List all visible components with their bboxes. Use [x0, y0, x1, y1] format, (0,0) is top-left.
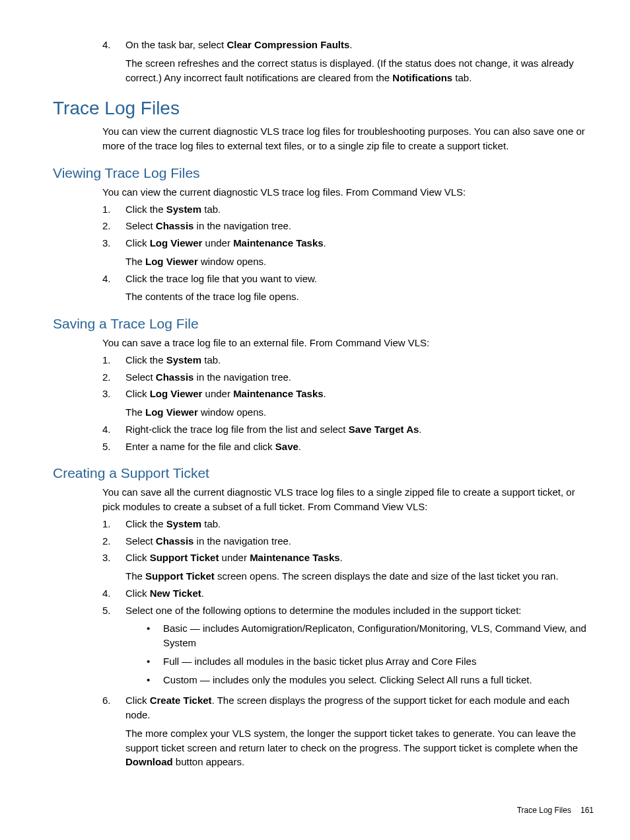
view-step-1: 1. Click the System tab. — [102, 202, 594, 217]
ticket-bullet-basic: • Basic — includes Automigration/Replica… — [147, 621, 594, 650]
footer-page-number: 161 — [580, 806, 594, 815]
viewing-intro: You can view the current diagnostic VLS … — [102, 185, 594, 200]
ticket-step-5: 5. Select one of the following options t… — [102, 603, 594, 691]
save-step-1: 1. Click the System tab. — [102, 353, 594, 367]
bullet-icon: • — [147, 654, 163, 669]
intro-paragraph: You can view the current diagnostic VLS … — [102, 124, 594, 153]
heading-saving: Saving a Trace Log File — [53, 316, 594, 332]
prev-step-4-sub: The screen refreshes and the correct sta… — [125, 56, 594, 85]
ticket-step-1: 1. Click the System tab. — [102, 517, 594, 531]
ticket-step-3: 3. Click Support Ticket under Maintenanc… — [102, 551, 594, 584]
save-step-2: 2. Select Chassis in the navigation tree… — [102, 370, 594, 385]
ticket-step-4: 4. Click New Ticket. — [102, 586, 594, 601]
footer-section: Trace Log Files — [517, 806, 571, 815]
ticket-bullet-full: • Full — includes all modules in the bas… — [147, 654, 594, 669]
footer: Trace Log Files161 — [517, 806, 594, 815]
saving-intro: You can save a trace log file to an exte… — [102, 336, 594, 350]
save-step-5: 5. Enter a name for the file and click S… — [102, 439, 594, 454]
bullet-icon: • — [147, 621, 163, 650]
view-step-3: 3. Click Log Viewer under Maintenance Ta… — [102, 236, 594, 269]
save-step-3: 3. Click Log Viewer under Maintenance Ta… — [102, 387, 594, 420]
heading-trace-log-files: Trace Log Files — [53, 98, 594, 119]
ticket-step-2: 2. Select Chassis in the navigation tree… — [102, 534, 594, 549]
ticket-bullet-custom: • Custom — includes only the modules you… — [147, 673, 594, 687]
heading-viewing: Viewing Trace Log Files — [53, 165, 594, 181]
bullet-icon: • — [147, 673, 163, 687]
view-step-2: 2. Select Chassis in the navigation tree… — [102, 219, 594, 233]
save-step-4: 4. Right-click the trace log file from t… — [102, 422, 594, 437]
heading-support-ticket: Creating a Support Ticket — [53, 465, 594, 481]
prev-step-4: 4. On the task bar, select Clear Compres… — [102, 38, 594, 85]
view-step-4: 4. Click the trace log file that you wan… — [102, 272, 594, 305]
ticket-step-6: 6. Click Create Ticket. The screen displ… — [102, 693, 594, 769]
ticket-intro: You can save all the current diagnostic … — [102, 485, 594, 514]
